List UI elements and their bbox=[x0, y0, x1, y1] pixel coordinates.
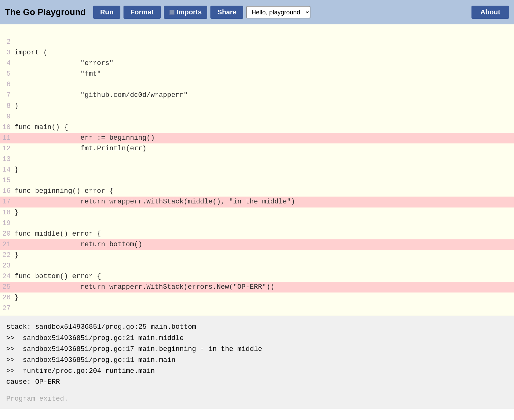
code-line[interactable]: 14} bbox=[0, 165, 514, 175]
app-title: The Go Playground bbox=[5, 7, 86, 17]
line-number: 22 bbox=[0, 250, 14, 261]
line-number: 4 bbox=[0, 58, 14, 69]
code-line[interactable]: 2 bbox=[0, 37, 514, 48]
line-number: 27 bbox=[0, 303, 14, 314]
program-exited-message: Program exited. bbox=[6, 393, 508, 404]
line-content: func bottom() error { bbox=[14, 271, 514, 282]
line-number: 15 bbox=[0, 175, 14, 186]
code-line[interactable]: 13 bbox=[0, 154, 514, 165]
format-button[interactable]: Format bbox=[123, 6, 161, 19]
line-content: "fmt" bbox=[14, 69, 514, 79]
header: The Go Playground Run Format Imports Sha… bbox=[0, 0, 514, 24]
line-content: } bbox=[14, 250, 514, 261]
imports-checkbox[interactable] bbox=[169, 10, 174, 15]
line-content: return bottom() bbox=[14, 239, 514, 250]
line-number: 24 bbox=[0, 271, 14, 282]
code-line[interactable]: 18} bbox=[0, 208, 514, 218]
line-number: 6 bbox=[0, 79, 14, 90]
line-content: "errors" bbox=[14, 58, 514, 69]
code-line[interactable] bbox=[0, 26, 514, 37]
output-line: stack: sandbox514936851/prog.go:25 main.… bbox=[6, 322, 508, 332]
line-number: 16 bbox=[0, 186, 14, 197]
line-number: 12 bbox=[0, 143, 14, 154]
line-content: func main() { bbox=[14, 122, 514, 133]
line-content: fmt.Println(err) bbox=[14, 143, 514, 154]
line-content: import ( bbox=[14, 48, 514, 58]
line-content: } bbox=[14, 292, 514, 303]
line-content: } bbox=[14, 165, 514, 175]
output-line: >> sandbox514936851/prog.go:11 main.main bbox=[6, 355, 508, 366]
line-number: 13 bbox=[0, 154, 14, 165]
line-number: 25 bbox=[0, 282, 14, 292]
code-line[interactable]: 21 return bottom() bbox=[0, 239, 514, 250]
line-content: ) bbox=[14, 101, 514, 112]
code-line[interactable]: 7 "github.com/dc0d/wrapperr" bbox=[0, 90, 514, 101]
line-content: func beginning() error { bbox=[14, 186, 514, 197]
imports-button[interactable]: Imports bbox=[164, 6, 208, 19]
line-content: return wrapperr.WithStack(middle(), "in … bbox=[14, 197, 514, 207]
code-line[interactable]: 8) bbox=[0, 101, 514, 112]
code-line[interactable]: 11 err := beginning() bbox=[0, 133, 514, 143]
output-line: >> sandbox514936851/prog.go:21 main.midd… bbox=[6, 333, 508, 344]
line-content: } bbox=[14, 208, 514, 218]
line-number: 21 bbox=[0, 239, 14, 250]
code-line[interactable]: 26} bbox=[0, 292, 514, 303]
line-number: 8 bbox=[0, 101, 14, 112]
line-number: 2 bbox=[0, 37, 14, 48]
code-line[interactable]: 10func main() { bbox=[0, 122, 514, 133]
code-editor[interactable]: 23import (4 "errors"5 "fmt"67 "github.co… bbox=[0, 24, 514, 316]
line-number: 26 bbox=[0, 292, 14, 303]
code-line[interactable]: 3import ( bbox=[0, 48, 514, 58]
line-number: 9 bbox=[0, 112, 14, 122]
line-number: 18 bbox=[0, 208, 14, 218]
line-number: 14 bbox=[0, 165, 14, 175]
code-line[interactable]: 24func bottom() error { bbox=[0, 271, 514, 282]
code-line[interactable]: 5 "fmt" bbox=[0, 69, 514, 79]
output-line: cause: OP-ERR bbox=[6, 377, 508, 388]
line-content: "github.com/dc0d/wrapperr" bbox=[14, 90, 514, 101]
output-line: >> runtime/proc.go:204 runtime.main bbox=[6, 366, 508, 377]
code-line[interactable]: 4 "errors" bbox=[0, 58, 514, 69]
output-area: stack: sandbox514936851/prog.go:25 main.… bbox=[0, 316, 514, 408]
line-number: 5 bbox=[0, 69, 14, 79]
run-button[interactable]: Run bbox=[93, 6, 120, 19]
code-line[interactable]: 6 bbox=[0, 79, 514, 90]
line-number: 19 bbox=[0, 218, 14, 229]
code-line[interactable]: 17 return wrapperr.WithStack(middle(), "… bbox=[0, 197, 514, 207]
example-select[interactable]: Hello, playgroundFibonacci ClosureErrors… bbox=[246, 6, 310, 18]
output-line: >> sandbox514936851/prog.go:17 main.begi… bbox=[6, 344, 508, 355]
line-number: 23 bbox=[0, 261, 14, 271]
line-number: 3 bbox=[0, 48, 14, 58]
line-number: 10 bbox=[0, 122, 14, 133]
line-number: 7 bbox=[0, 90, 14, 101]
line-number: 17 bbox=[0, 197, 14, 207]
code-line[interactable]: 25 return wrapperr.WithStack(errors.New(… bbox=[0, 282, 514, 292]
code-line[interactable]: 16func beginning() error { bbox=[0, 186, 514, 197]
code-line[interactable]: 22} bbox=[0, 250, 514, 261]
code-line[interactable]: 15 bbox=[0, 175, 514, 186]
about-button[interactable]: About bbox=[471, 6, 509, 19]
imports-label: Imports bbox=[177, 8, 202, 16]
code-line[interactable]: 9 bbox=[0, 112, 514, 122]
code-line[interactable]: 20func middle() error { bbox=[0, 229, 514, 239]
line-content: func middle() error { bbox=[14, 229, 514, 239]
line-number: 20 bbox=[0, 229, 14, 239]
code-line[interactable]: 23 bbox=[0, 261, 514, 271]
line-number: 11 bbox=[0, 133, 14, 143]
line-content: return wrapperr.WithStack(errors.New("OP… bbox=[14, 282, 514, 292]
code-line[interactable]: 27 bbox=[0, 303, 514, 314]
code-line[interactable]: 19 bbox=[0, 218, 514, 229]
line-content: err := beginning() bbox=[14, 133, 514, 143]
code-line[interactable]: 12 fmt.Println(err) bbox=[0, 143, 514, 154]
share-button[interactable]: Share bbox=[210, 6, 243, 19]
